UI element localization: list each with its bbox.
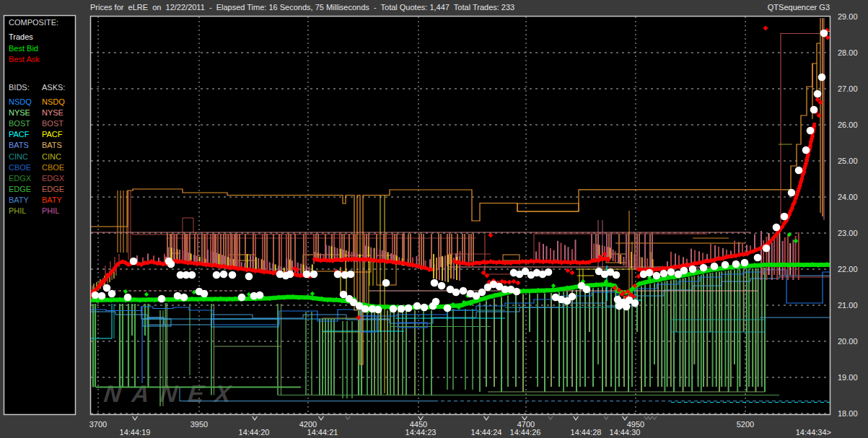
- svg-text:EDGX: EDGX: [9, 174, 32, 183]
- svg-text:26.00: 26.00: [838, 121, 858, 129]
- svg-text:BATY: BATY: [9, 196, 30, 204]
- svg-text:14:44:21: 14:44:21: [307, 428, 338, 437]
- svg-text:Best Bid: Best Bid: [9, 44, 38, 53]
- svg-text:27.00: 27.00: [838, 84, 858, 93]
- svg-text:CBOE: CBOE: [9, 163, 31, 172]
- svg-text:CINC: CINC: [42, 152, 61, 161]
- svg-text:CBOE: CBOE: [42, 163, 64, 172]
- svg-text:PHIL: PHIL: [42, 206, 59, 215]
- svg-text:25.00: 25.00: [838, 157, 858, 165]
- svg-text:19.00: 19.00: [838, 373, 858, 382]
- svg-text:NANEX: NANEX: [102, 380, 242, 407]
- svg-text:EDGE: EDGE: [42, 185, 64, 193]
- svg-text:14:44:28: 14:44:28: [571, 428, 602, 437]
- svg-text:3950: 3950: [190, 420, 208, 429]
- svg-text:5200: 5200: [737, 420, 754, 429]
- svg-text:ASKS:: ASKS:: [42, 83, 65, 92]
- svg-text:COMPOSITE:: COMPOSITE:: [9, 18, 58, 27]
- svg-text:NSDQ: NSDQ: [42, 97, 65, 106]
- svg-text:BATY: BATY: [42, 196, 63, 204]
- svg-text:21.00: 21.00: [838, 301, 858, 310]
- svg-text:Trades: Trades: [9, 32, 33, 41]
- svg-text:14:44:26: 14:44:26: [510, 428, 541, 437]
- svg-text:CINC: CINC: [9, 152, 28, 161]
- svg-text:29.00: 29.00: [838, 12, 858, 21]
- svg-text:14:44:30: 14:44:30: [610, 428, 641, 437]
- svg-text:PACF: PACF: [42, 130, 63, 139]
- svg-text:NYSE: NYSE: [9, 108, 30, 117]
- svg-text:20.00: 20.00: [838, 337, 858, 346]
- svg-text:EDGE: EDGE: [9, 185, 31, 193]
- svg-text:BOST: BOST: [9, 119, 30, 128]
- svg-text:14:44:24: 14:44:24: [471, 428, 502, 437]
- svg-text:14:44:34>: 14:44:34>: [796, 428, 831, 437]
- svg-text:14:44:19: 14:44:19: [120, 428, 151, 437]
- svg-text:18.00: 18.00: [838, 409, 858, 418]
- svg-text:BATS: BATS: [42, 141, 62, 149]
- svg-text:NSDQ: NSDQ: [9, 97, 32, 106]
- svg-text:BIDS:: BIDS:: [9, 83, 30, 92]
- svg-text:22.00: 22.00: [838, 265, 858, 273]
- svg-text:23.00: 23.00: [838, 229, 858, 237]
- svg-text:QTSequencer G3: QTSequencer G3: [768, 3, 830, 12]
- svg-text:EDGX: EDGX: [42, 174, 65, 183]
- svg-text:PACF: PACF: [9, 130, 30, 139]
- svg-text:14:44:20: 14:44:20: [239, 428, 270, 437]
- svg-text:3700: 3700: [89, 420, 107, 429]
- svg-text:Prices for eLRE on 12/22/20: Prices for eLRE on 12/22/2011 - Elapsed …: [90, 3, 514, 12]
- svg-text:PHIL: PHIL: [9, 206, 26, 215]
- svg-text:24.00: 24.00: [838, 193, 858, 201]
- svg-text:BOST: BOST: [42, 119, 63, 128]
- svg-text:BATS: BATS: [9, 141, 29, 149]
- svg-text:NYSE: NYSE: [42, 108, 63, 117]
- svg-text:28.00: 28.00: [838, 48, 858, 57]
- svg-text:14:44:23: 14:44:23: [405, 428, 437, 437]
- svg-text:Best Ask: Best Ask: [9, 55, 40, 63]
